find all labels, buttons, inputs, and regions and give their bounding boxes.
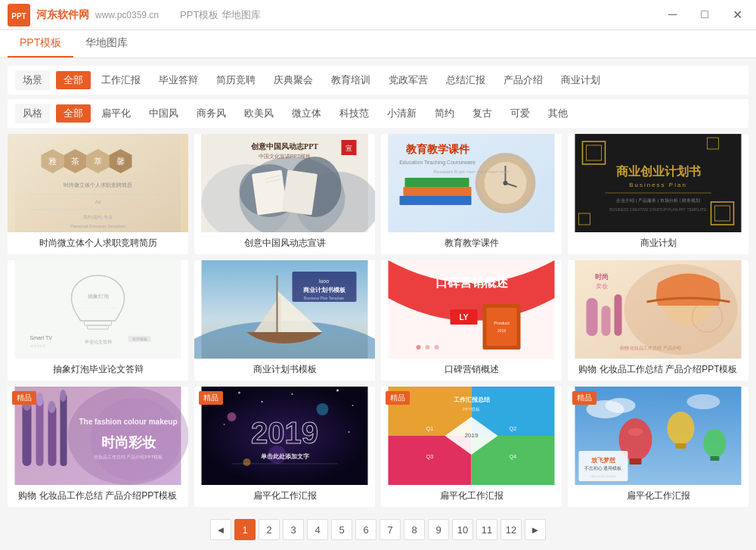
thumb-8: 时尚 卖妆 购物 化妆品工作总结 产品介绍 [568,260,748,359]
svg-point-109 [60,390,67,402]
style-flat[interactable]: 扁平化 [94,104,138,123]
maximize-button[interactable]: □ [695,5,714,25]
svg-point-89 [435,345,439,350]
page-1[interactable]: 1 [234,519,256,540]
style-tech[interactable]: 科技范 [332,104,376,123]
svg-point-107 [48,401,56,413]
grid-item-2[interactable]: 创意中国风动志PPT 中国文化宣讲PPT模板 宣 创意中国风动志宣讲 [194,134,375,254]
svg-text:商业计划书模板: 商业计划书模板 [303,286,346,294]
style-fresh[interactable]: 小清新 [380,104,424,123]
svg-rect-149 [630,458,642,465]
badge-9: 精品 [12,391,36,405]
svg-text:茶: 茶 [71,157,79,166]
scene-product[interactable]: 产品介绍 [496,71,550,89]
style-3d[interactable]: 微立体 [284,104,329,123]
svg-text:单击此处添加文字: 单击此处添加文字 [261,452,309,460]
grid-item-7[interactable]: 口碑营销概述 LY Product 2019 口碑营销概述 [381,260,562,381]
scene-summary[interactable]: 总结汇报 [438,71,493,89]
page-2[interactable]: 2 [259,519,280,540]
scene-celebration[interactable]: 庆典聚会 [266,71,321,89]
svg-point-117 [238,392,240,394]
grid-title-9: 购物 化妆品工作总结 产品介绍PPT模板 [8,485,188,507]
scene-graduation[interactable]: 毕业答辩 [151,71,206,89]
grid-item-9[interactable]: The fashion colour makeup 时尚彩妆 化妆品工作总结 产… [8,387,188,507]
minimize-button[interactable]: ─ [662,5,683,25]
page-10[interactable]: 10 [452,519,473,540]
scene-education[interactable]: 教育培训 [324,71,378,89]
svg-point-123 [349,431,350,433]
svg-text:创意中国风动志PPT: 创意中国风动志PPT [250,142,318,151]
svg-text:PPT模板: PPT模板 [463,407,481,412]
page-11[interactable]: 11 [476,519,497,540]
svg-text:教育教学课件: 教育教学课件 [405,143,470,155]
scene-all[interactable]: 全部 [56,71,91,89]
svg-rect-43 [405,178,469,187]
page-5[interactable]: 5 [331,519,352,540]
style-all[interactable]: 全部 [56,104,91,123]
scene-resume[interactable]: 简历竞聘 [209,71,263,89]
svg-text:工作汇报总结: 工作汇报总结 [454,396,491,403]
style-filter-row: 风格 全部 扁平化 中国风 商务风 欧美风 微立体 科技范 小清新 简约 复古 … [8,99,748,128]
nav-subtitle: PPT模板 华地图库 [180,8,261,22]
thumb-5: 抽象灯泡 Smart TV ☆☆☆☆☆ 毕业论文答辩 答辩模板 [8,260,188,359]
page-8[interactable]: 8 [404,519,425,540]
svg-point-121 [352,405,354,406]
grid-item-3[interactable]: 教育教学课件 Education Teaching Courseware Ros… [381,134,562,254]
grid-item-6[interactable]: luoo 商业计划书模板 Business Plan Template 商业计划… [194,260,375,381]
style-label: 风格 [15,104,50,123]
grid-item-11[interactable]: 工作汇报总结 PPT模板 Q1 Q2 Q3 Q4 2019 精品 扁平化工作汇报 [381,387,562,507]
badge-12: 精品 [572,391,596,405]
scene-business[interactable]: 商业计划 [553,71,608,89]
style-filter-items: 全部 扁平化 中国风 商务风 欧美风 微立体 科技范 小清新 简约 复古 可爱 … [56,104,575,123]
grid-item-8[interactable]: 时尚 卖妆 购物 化妆品工作总结 产品介绍 购物 化妆品工作总结 产品介绍PPT… [568,260,748,381]
page-4[interactable]: 4 [307,519,328,540]
page-3[interactable]: 3 [283,519,304,540]
svg-text:馨: 馨 [116,157,125,166]
title-bar: PPT 河东软件网 www.pc0359.cn PPT模板 华地图库 ─ □ ✕ [0,0,756,30]
page-12[interactable]: 12 [500,519,522,540]
scene-filter-items: 全部 工作汇报 毕业答辩 简历竞聘 庆典聚会 教育培训 党政军营 总结汇报 产品… [56,71,608,89]
grid-item-10[interactable]: 2019 单击此处添加文字 精品 扁平化工作汇报 [194,387,375,507]
scene-work-report[interactable]: 工作汇报 [94,71,148,89]
thumb-12: 放飞梦想 不忘初心 通用模板 □□□□ □□□□ □□□□□ 精品 [568,387,748,485]
svg-text:时尚彩妆: 时尚彩妆 [101,435,156,450]
style-cute[interactable]: 可爱 [503,104,538,123]
style-simple[interactable]: 简约 [427,104,462,123]
style-business[interactable]: 商务风 [189,104,234,123]
style-retro[interactable]: 复古 [465,104,500,123]
svg-point-118 [262,401,263,402]
thumb-7: 口碑营销概述 LY Product 2019 [381,260,562,359]
grid-item-4[interactable]: 商业创业计划书 Business Plan 企业介绍 | 产品服务 | 市场分析… [568,134,748,254]
svg-point-153 [704,429,727,458]
svg-point-88 [426,345,430,350]
tab-ppt[interactable]: PPT模板 [8,30,73,57]
page-9[interactable]: 9 [428,519,449,540]
page-6[interactable]: 6 [355,519,376,540]
grid-item-1[interactable]: 雅 茶 萃 馨 时尚微立体个人求职竞聘简历 AtI 简约 现代 专业 Perso… [8,134,188,254]
svg-rect-154 [711,456,720,461]
scene-party[interactable]: 党政军营 [381,71,435,89]
svg-text:商业创业计划书: 商业创业计划书 [616,164,701,178]
svg-point-125 [317,403,329,415]
tab-maps[interactable]: 华地图库 [73,30,140,57]
close-button[interactable]: ✕ [727,5,748,25]
page-7[interactable]: 7 [380,519,401,540]
thumb-1: 雅 茶 萃 馨 时尚微立体个人求职竞聘简历 AtI 简约 现代 专业 Perso… [8,134,188,232]
style-chinese[interactable]: 中国风 [141,104,186,123]
grid-title-3: 教育教学课件 [381,232,562,254]
grid-item-12[interactable]: 放飞梦想 不忘初心 通用模板 □□□□ □□□□ □□□□□ 精品 扁平化工作汇… [568,387,748,507]
nav-tabs: PPT模板 华地图库 [0,30,756,58]
svg-text:Smart TV: Smart TV [30,335,53,340]
style-western[interactable]: 欧美风 [237,104,281,123]
grid-title-1: 时尚微立体个人求职竞聘简历 [8,232,188,254]
page-next[interactable]: ► [525,519,546,540]
page-prev[interactable]: ◄ [210,519,231,540]
pagination: ◄ 1 2 3 4 5 6 7 8 9 10 11 12 ► [8,514,748,545]
svg-text:PPT: PPT [11,12,26,20]
app-title: 河东软件网 [36,8,89,22]
svg-text:Q1: Q1 [426,426,433,432]
grid-item-5[interactable]: 抽象灯泡 Smart TV ☆☆☆☆☆ 毕业论文答辩 答辩模板 抽象灯泡毕业论文… [8,260,188,381]
svg-point-40 [503,181,508,185]
style-other[interactable]: 其他 [541,104,575,123]
svg-text:BUSINESS CREATIVE STARTUP PLAN: BUSINESS CREATIVE STARTUP PLAN PPT TEMPL… [609,207,707,212]
